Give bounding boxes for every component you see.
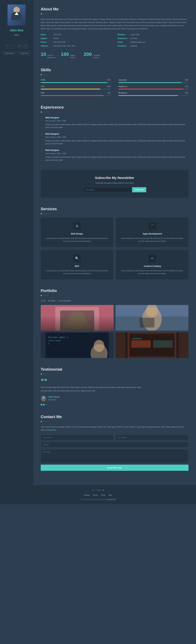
footer-terms-link[interactable]: Terms	[93, 494, 98, 497]
testimonial-dot-2[interactable]	[43, 404, 45, 406]
experience-section: Expericence → Web Designer Soft Company …	[41, 104, 188, 162]
filter-design[interactable]: Design	[48, 300, 55, 302]
info-degree: Degree: Master	[41, 37, 112, 40]
sidebar-role: Apps|	[14, 33, 19, 36]
testimonial-dot	[41, 373, 42, 374]
skill-css-percent: 85%	[107, 85, 111, 88]
freelance-value: Available	[130, 44, 137, 48]
facebook-icon[interactable]: f	[12, 44, 16, 48]
skills-underline	[41, 74, 188, 75]
address-value: 123 Street, New York, USA	[53, 44, 75, 48]
stat-experience: 10 Years of Experience	[41, 50, 56, 58]
info-address: Address: 123 Street, New York, USA	[41, 44, 112, 48]
contact-me-button[interactable]: Contact Me	[18, 51, 31, 55]
footer-designer-link[interactable]: Harvest Tea	[107, 498, 116, 500]
footer-faqs-link[interactable]: FAQs	[101, 494, 105, 497]
filter-all-label: All	[43, 300, 45, 302]
experience-value: 10 Years	[130, 37, 137, 40]
portfolio-item-4[interactable]: Dashboard	[115, 332, 188, 358]
contact-link[interactable]: Contact Mar	[46, 429, 56, 431]
contact-message-input[interactable]	[41, 449, 188, 463]
download-cv-button[interactable]: Download CV	[3, 51, 17, 55]
footer-help-link[interactable]: Help	[108, 494, 112, 497]
footer-copyright: © All Rights Reserved. Designed by Harve…	[8, 498, 188, 501]
service-web-design: 🖥 Web Design Justo sit justo eos amet te…	[41, 218, 113, 247]
testimonial-text: Dolor eirmod diam stet kasd sed. Aliqu r…	[41, 386, 143, 392]
skill-wp-percent: 85%	[185, 92, 188, 94]
footer-linkedin-icon[interactable]: in	[98, 488, 100, 492]
skill-js-bar-bg	[118, 82, 188, 83]
exp-company-2: Soft Company | 2000 - 2050	[45, 136, 188, 138]
footer-facebook-icon[interactable]: f	[96, 488, 96, 492]
stat-exp-number: 10	[41, 50, 46, 58]
exp-desc-1: Tempor eos dolore amet tempor dolor temp…	[45, 123, 188, 129]
portfolio-title: Portfolio	[41, 288, 188, 294]
contact-subject-input[interactable]	[41, 442, 188, 448]
sidebar-buttons: Download CV Contact Me	[3, 51, 31, 55]
filter-development[interactable]: Development	[59, 300, 71, 302]
portfolio-item-2[interactable]	[115, 305, 188, 330]
apps-dev-title: Apps Development	[120, 232, 185, 236]
skills-dot	[41, 74, 42, 75]
testimonial-dot-1[interactable]	[41, 404, 42, 406]
contact-name-input[interactable]	[41, 435, 114, 440]
dev-filter-dot	[59, 300, 59, 301]
experience-title: Expericence	[41, 104, 188, 110]
birthday-value: 1 April 1990	[130, 33, 140, 36]
testimonial-author: Client Name Profession	[41, 396, 188, 401]
skill-angular-percent: 93%	[185, 85, 188, 88]
about-title: About Me	[41, 6, 188, 12]
stat-projects-label: Complete Projects	[93, 54, 102, 58]
send-message-button[interactable]: Send Message	[41, 465, 188, 471]
portfolio-item-3[interactable]: function code() { return value; }	[41, 332, 114, 358]
stat-projects-number: 200	[84, 50, 92, 58]
contact-dot	[41, 421, 42, 422]
exp-desc-2: Tempor eos dolore amet tempor dolor temp…	[45, 140, 188, 145]
svg-text:}: }	[48, 342, 49, 344]
newsletter-subtitle: Subscribe and get my latest article in y…	[47, 182, 182, 184]
linkedin-icon[interactable]: in	[18, 44, 22, 48]
skill-wp-bar-fill	[118, 95, 178, 96]
stat-exp-label: Years of Experience	[47, 54, 56, 58]
twitter-icon[interactable]: 𝕏	[6, 44, 10, 48]
svg-point-17	[94, 340, 104, 352]
skill-js-name: Javascript	[118, 78, 126, 82]
degree-label: Degree:	[41, 37, 52, 40]
service-apps-dev: 📱 Apps Development Justo sit justo eos a…	[116, 218, 188, 247]
email-value: info@example.com	[130, 41, 146, 44]
portfolio-item-1[interactable]	[41, 305, 114, 330]
services-grid: 🖥 Web Design Justo sit justo eos amet te…	[41, 218, 188, 280]
filter-all[interactable]: ★ All	[41, 300, 45, 302]
skill-js: Javascript 90%	[118, 78, 188, 83]
star-icon: ★	[41, 300, 42, 302]
svg-rect-9	[140, 318, 154, 328]
skills-grid: HTML 95% Javascript 90%	[41, 78, 188, 96]
testimonial-dot-3[interactable]	[46, 404, 47, 406]
exp-arrow-2: →	[41, 132, 43, 145]
footer-twitter-icon[interactable]: 𝕏	[92, 488, 94, 492]
apps-dev-desc: Justo sit justo eos amet tempor amet cli…	[120, 237, 185, 242]
footer-privacy-link[interactable]: Privacy	[84, 494, 90, 497]
exp-title-2: Web Designer	[45, 132, 188, 136]
svg-text:return value;: return value;	[48, 340, 61, 342]
web-design-icon: 🖥	[73, 222, 81, 230]
svg-rect-4	[60, 310, 94, 330]
newsletter-input[interactable]	[83, 187, 132, 192]
newsletter-subscribe-button[interactable]: Subscribe	[132, 187, 146, 192]
birthday-label: Birthday:	[118, 33, 129, 36]
skill-wp-name: Wordpress	[118, 92, 127, 94]
footer-instagram-icon[interactable]: ◎	[102, 488, 104, 492]
instagram-icon[interactable]: ◎	[24, 44, 28, 48]
skill-wp-bar-bg	[118, 95, 188, 96]
exp-company-1: Soft Company | 2000 - 2050	[45, 120, 188, 122]
portfolio-filters: ★ All Design Development	[41, 300, 188, 302]
newsletter-form: Subscribe	[83, 187, 146, 192]
content-desc: Justo sit justo eos amet tempor amet cli…	[120, 269, 185, 275]
stat-clients: 100 Happy Clients	[61, 50, 79, 58]
exp-item-3: → Web Designer Soft Company | 2000 - 205…	[41, 148, 188, 162]
portfolio-section: Portfolio ★ All Design Development	[41, 288, 188, 358]
portfolio-underline	[41, 295, 188, 296]
skill-angular-bar-bg	[118, 89, 188, 90]
exp-line	[43, 112, 49, 112]
contact-email-input[interactable]	[115, 435, 188, 440]
